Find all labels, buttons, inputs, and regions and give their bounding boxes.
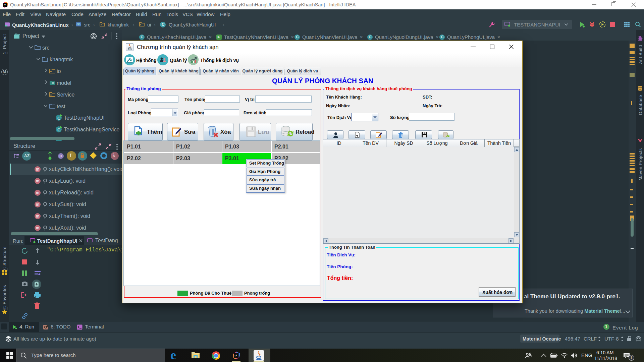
svg-text:IJ: IJ xyxy=(4,3,6,6)
svg-text:T: T xyxy=(49,157,51,160)
svg-text:IJ: IJ xyxy=(235,354,237,357)
